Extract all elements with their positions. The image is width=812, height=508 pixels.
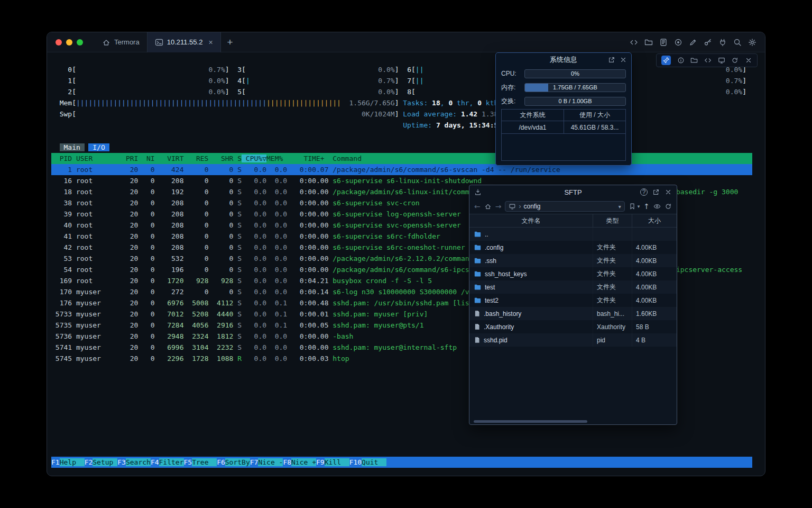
swap-progress-bar: 0 B / 1.00GB — [524, 97, 626, 106]
forward-icon[interactable]: → — [495, 202, 502, 211]
path-breadcrumb[interactable]: › config ▾ — [505, 201, 624, 212]
usage-size-col-header: 使用 / 大小 — [564, 110, 625, 121]
popout-icon[interactable] — [608, 56, 615, 64]
terminal-line — [51, 131, 752, 142]
tab-close-icon[interactable]: × — [208, 38, 213, 47]
memory-label: 内存: — [501, 83, 521, 92]
sftp-row[interactable]: test文件夹4.00KB — [469, 280, 677, 294]
file-type: 文件夹 — [593, 280, 632, 294]
file-type: 文件夹 — [593, 241, 632, 254]
sftp-row[interactable]: sshd.pidpid4 B — [469, 333, 677, 347]
tab-termora-home[interactable]: Termora — [95, 32, 147, 52]
refresh-icon[interactable] — [665, 203, 672, 210]
edit-icon[interactable] — [689, 38, 697, 47]
sftp-row[interactable]: .bash_historybash_hi...1.60KB — [469, 307, 677, 320]
fkey-nice-+[interactable]: F8Nice + — [283, 458, 316, 466]
traffic-lights — [56, 39, 87, 46]
horizontal-scrollbar[interactable] — [474, 420, 587, 423]
close-icon[interactable] — [620, 56, 627, 64]
fkey-filter[interactable]: F4Filter — [151, 458, 184, 466]
htop-function-bar[interactable]: F1Help F2Setup F3SearchF4FilterF5Tree F6… — [51, 457, 752, 468]
system-info-title: 系统信息 — [550, 55, 577, 65]
close-icon[interactable] — [665, 188, 672, 196]
minimize-window-button[interactable] — [66, 39, 72, 46]
filesystem-col-header: 文件系统 — [502, 110, 564, 121]
type-col-header[interactable]: 类型 — [593, 214, 632, 227]
terminal-line: 0[ 0.7%] 3[ 0.0%] 6[|| 0.0%] — [51, 64, 752, 75]
desktop: { "titlebar": { "tabs": [ { "label": "Te… — [0, 0, 812, 508]
zoom-window-button[interactable] — [77, 39, 83, 46]
sftp-row[interactable]: .XauthorityXauthority58 B — [469, 320, 677, 333]
plug-icon[interactable] — [718, 38, 727, 47]
folder-icon[interactable] — [644, 38, 653, 47]
fkey-nice--[interactable]: F7Nice - — [250, 458, 283, 466]
settings-icon[interactable] — [748, 38, 756, 47]
cpu-label: CPU: — [501, 70, 521, 77]
sftp-row[interactable]: ssh_host_keys文件夹4.00KB — [469, 267, 677, 280]
display-icon[interactable] — [718, 57, 725, 64]
terminal-icon — [155, 38, 163, 47]
code-icon[interactable] — [704, 57, 712, 64]
folder-icon — [474, 231, 482, 238]
help-icon[interactable]: ? — [640, 188, 648, 196]
bookmark-caret-icon[interactable]: ▾ — [638, 204, 640, 209]
upload-icon[interactable]: ↑ — [643, 202, 650, 211]
file-type: 文件夹 — [593, 254, 632, 267]
swap-value: 0 B / 1.00GB — [525, 97, 625, 105]
file-type: pid — [593, 333, 632, 347]
log-icon[interactable] — [659, 38, 668, 47]
close-window-button[interactable] — [56, 39, 62, 46]
back-icon[interactable]: ← — [474, 202, 481, 211]
fkey-kill[interactable]: F9Kill — [316, 458, 349, 466]
fkey-quit[interactable]: F10Quit — [349, 458, 386, 466]
popout-icon[interactable] — [652, 188, 660, 196]
filesystem-table: 文件系统 使用 / 大小 /dev/vda1 45.61GB / 58.3... — [501, 109, 626, 161]
sftp-file-list: ...config文件夹4.00KB.ssh文件夹4.00KBssh_host_… — [469, 228, 677, 424]
fkey-tree[interactable]: F5Tree — [184, 458, 217, 466]
pin-icon[interactable] — [661, 56, 671, 65]
filename-col-header[interactable]: 文件名 — [469, 214, 593, 227]
side-toolbar — [656, 53, 758, 67]
key-icon[interactable] — [704, 38, 712, 47]
folder-icon[interactable] — [690, 57, 698, 64]
terminal-line: Main I/O — [51, 142, 752, 153]
folder-icon — [474, 284, 482, 291]
folder-icon — [474, 297, 482, 304]
file-size: 4.00KB — [632, 254, 677, 267]
sftp-row[interactable]: .config文件夹4.00KB — [469, 241, 677, 254]
close-icon[interactable] — [745, 57, 752, 64]
size-col-header[interactable]: 大小 — [632, 214, 677, 227]
home-icon[interactable] — [484, 203, 492, 210]
record-icon[interactable] — [674, 38, 682, 47]
fkey-search[interactable]: F3Search — [117, 458, 151, 466]
file-icon — [474, 323, 481, 331]
file-type: 文件夹 — [593, 294, 632, 307]
sftp-row[interactable]: test2文件夹4.00KB — [469, 294, 677, 307]
sftp-row[interactable]: .ssh文件夹4.00KB — [469, 254, 677, 267]
swap-label: 交换: — [501, 97, 521, 106]
file-icon — [474, 336, 481, 344]
chevron-down-icon[interactable]: ▾ — [619, 204, 621, 210]
new-tab-button[interactable]: + — [221, 37, 239, 48]
info-icon[interactable] — [677, 57, 685, 64]
file-name: test — [485, 284, 495, 291]
search-icon[interactable] — [733, 38, 742, 47]
sftp-row[interactable]: .. — [469, 228, 677, 241]
fkey-sortby[interactable]: F6SortBy — [217, 458, 250, 466]
refresh-icon[interactable] — [731, 57, 739, 64]
file-size: 4.00KB — [632, 294, 677, 307]
bookmark-icon[interactable] — [629, 203, 636, 210]
code-icon[interactable] — [630, 38, 638, 47]
sftp-panel: SFTP ? ← → › config ▾ — [469, 185, 677, 425]
terminal-line: Uptime: 7 days, 15:34:56 — [51, 120, 752, 131]
fkey-help[interactable]: F1Help — [51, 458, 85, 466]
path-chevron: › — [519, 203, 521, 210]
tab-ssh-session[interactable]: 10.211.55.2 × — [147, 32, 221, 52]
file-size: 4.00KB — [632, 241, 677, 254]
terminal-line: 2[ 0.0%] 5[ 0.0%] 8[ 0.0%] — [51, 86, 752, 97]
fkey-setup[interactable]: F2Setup — [85, 458, 118, 466]
terminal-line: Swp[ 0K/1024M] Load average: 1.42 1.38 1… — [51, 108, 752, 120]
filesystem-name: /dev/vda1 — [502, 121, 564, 133]
sftp-table-header: 文件名 类型 大小 — [469, 214, 677, 228]
eye-icon[interactable] — [653, 203, 661, 210]
